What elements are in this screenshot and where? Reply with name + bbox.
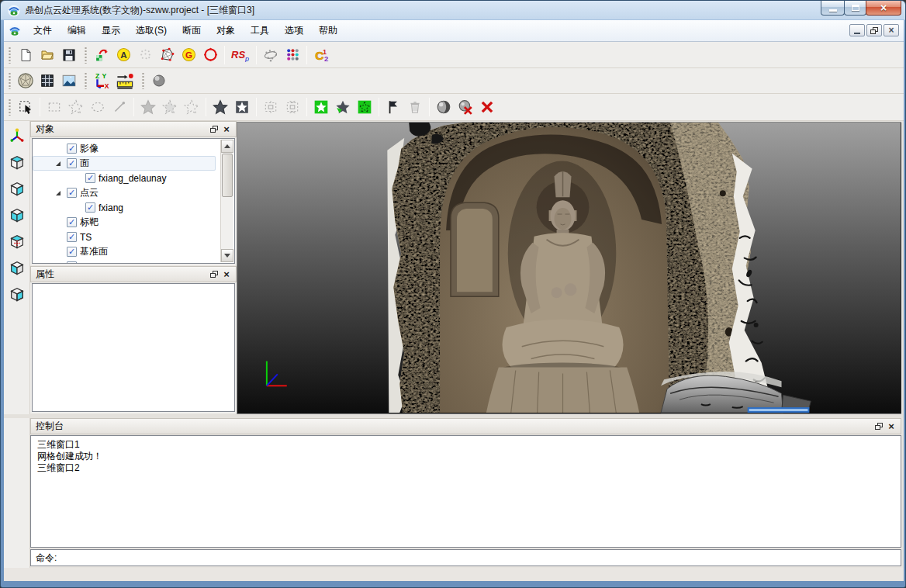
view-front-button[interactable] — [9, 180, 26, 199]
tree-item-ts[interactable]: ✓ TS — [33, 230, 219, 244]
scroll-down-button[interactable] — [221, 249, 233, 262]
close-button[interactable]: × — [866, 1, 901, 16]
transform-c2-button[interactable]: C 1 2 — [310, 44, 332, 66]
checkbox[interactable]: ✓ — [67, 247, 77, 257]
objects-panel-header[interactable]: 对象 × — [30, 121, 237, 137]
open-file-button[interactable] — [36, 44, 58, 66]
lasso-select-button[interactable] — [87, 96, 109, 118]
scroll-up-button[interactable] — [221, 140, 233, 153]
expander-icon[interactable] — [56, 161, 61, 166]
float-panel-button[interactable] — [208, 123, 220, 135]
render-sphere-button[interactable] — [148, 70, 170, 92]
command-input[interactable] — [57, 550, 901, 566]
mdi-minimize-button[interactable] — [849, 24, 865, 36]
mdi-restore-button[interactable] — [866, 24, 882, 36]
line-select-button[interactable] — [109, 96, 130, 118]
flip-selection-button[interactable] — [332, 96, 354, 118]
star-select-button[interactable] — [137, 96, 159, 118]
toolbar-grip[interactable] — [9, 72, 11, 89]
measure-ruler-button[interactable] — [112, 70, 137, 92]
mdi-close-button[interactable]: × — [884, 24, 899, 36]
properties-panel-header[interactable]: 属性 × — [30, 266, 237, 282]
color-points-button[interactable] — [282, 44, 303, 66]
axis-xyz-button[interactable]: Z Y X — [91, 70, 112, 92]
registration-button[interactable] — [91, 44, 112, 66]
title-bar[interactable]: 鼎创点云处理系统(数字文物)-szww.project - [三维窗口3] × — [1, 1, 906, 20]
view-top-button[interactable] — [9, 154, 26, 173]
new-file-button[interactable] — [15, 44, 36, 66]
checkbox[interactable]: ✓ — [85, 173, 95, 183]
scrollbar-thumb[interactable] — [222, 154, 233, 197]
mesh-sphere-button[interactable] — [15, 70, 36, 92]
tree-scrollbar[interactable] — [220, 140, 233, 262]
view-bottom-button[interactable] — [9, 285, 26, 305]
geometry-g-button[interactable]: G — [178, 44, 199, 66]
label-a-button[interactable]: A — [112, 44, 134, 66]
texture-image-button[interactable] — [58, 70, 80, 92]
tree-item-fxiang-delaunay[interactable]: ✓ fxiang_delaunay — [33, 171, 219, 185]
menu-tools[interactable]: 工具 — [243, 21, 277, 40]
resample-rs-button[interactable]: RS p — [228, 44, 253, 66]
menu-view[interactable]: 显示 — [94, 21, 128, 40]
star-fill-button[interactable] — [209, 96, 231, 118]
toolbar-grip[interactable] — [9, 47, 11, 64]
view-back-button[interactable] — [9, 233, 26, 252]
tree-item-yingxiang[interactable]: ✓ 影像 — [33, 141, 219, 156]
checkbox[interactable]: ✓ — [67, 232, 77, 242]
checkbox[interactable]: ✓ — [67, 261, 77, 264]
close-panel-button[interactable]: × — [220, 123, 233, 135]
shrink-selection-button[interactable] — [282, 96, 303, 118]
star-subtract-button[interactable] — [181, 96, 202, 118]
star-add-button[interactable] — [159, 96, 181, 118]
tree-item-partial[interactable]: ✓ — [33, 259, 219, 264]
checkbox[interactable]: ✓ — [67, 158, 77, 168]
expand-selection-button[interactable] — [260, 96, 282, 118]
accept-selection-button[interactable] — [310, 96, 332, 118]
toolbar-grip[interactable] — [9, 99, 11, 116]
menu-object[interactable]: 对象 — [209, 21, 243, 40]
remove-points-button[interactable] — [455, 96, 476, 118]
accept-all-button[interactable] — [354, 96, 375, 118]
close-panel-button[interactable]: × — [220, 268, 233, 280]
menu-options[interactable]: 选项 — [277, 21, 311, 40]
tree-item-biaoba[interactable]: ✓ 标靶 — [33, 215, 219, 230]
close-panel-button[interactable]: × — [885, 420, 897, 432]
fit-ellipse-button[interactable] — [260, 44, 282, 66]
viewport-3d[interactable] — [237, 122, 901, 414]
menu-section[interactable]: 断面 — [175, 21, 209, 40]
maximize-button[interactable] — [844, 1, 866, 16]
star-invert-button[interactable] — [231, 96, 253, 118]
toolbar-grip[interactable] — [142, 72, 144, 89]
float-panel-button[interactable] — [873, 420, 885, 432]
smooth-points-button[interactable] — [433, 96, 455, 118]
console-panel-header[interactable]: 控制台 × — [30, 418, 901, 434]
axis-indicator-button[interactable] — [9, 127, 26, 147]
delete-selected-button[interactable] — [404, 96, 426, 118]
polygon-select-button[interactable] — [65, 96, 87, 118]
menu-file[interactable]: 文件 — [26, 21, 60, 40]
rect-select-button[interactable] — [43, 96, 65, 118]
expander-icon[interactable] — [56, 191, 61, 195]
menu-help[interactable]: 帮助 — [311, 21, 345, 40]
tree-item-fxiang[interactable]: ✓ fxiang — [33, 200, 219, 215]
flag-mark-button[interactable] — [382, 96, 404, 118]
toolbar-grip[interactable] — [85, 72, 87, 89]
float-panel-button[interactable] — [208, 268, 220, 280]
cursor-select-button[interactable] — [15, 96, 36, 118]
minimize-button[interactable] — [821, 1, 845, 16]
view-left-button[interactable] — [9, 259, 26, 278]
tree-item-dianyun[interactable]: ✓ 点云 — [33, 185, 219, 200]
circle-fit-button[interactable] — [199, 44, 221, 66]
view-right-button[interactable] — [9, 206, 26, 226]
checkbox[interactable]: ✓ — [67, 144, 77, 154]
tree-item-mian[interactable]: ✓ 面 — [33, 156, 216, 171]
tree-item-jizhunmian[interactable]: ✓ 基准面 — [33, 244, 219, 259]
menu-edit[interactable]: 编辑 — [60, 21, 94, 40]
menu-select[interactable]: 选取(S) — [128, 21, 175, 40]
delaunay-mesh-button[interactable] — [156, 44, 178, 66]
delete-all-button[interactable] — [476, 96, 498, 118]
checkbox[interactable]: ✓ — [67, 217, 77, 227]
save-file-button[interactable] — [58, 44, 80, 66]
checkbox[interactable]: ✓ — [85, 202, 95, 213]
checkbox[interactable]: ✓ — [67, 188, 77, 198]
